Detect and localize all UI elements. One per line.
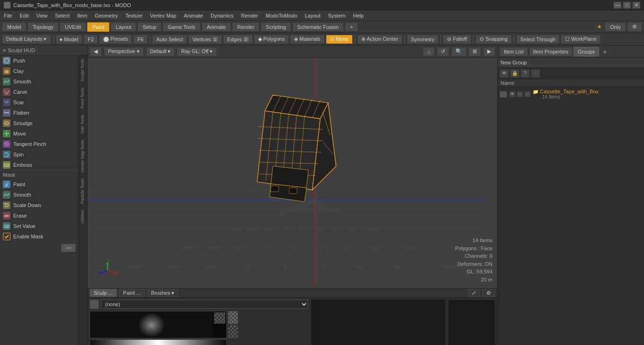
tool-emboss[interactable]: Emboss <box>0 160 79 170</box>
vp-forward-button[interactable]: ▶ <box>483 47 495 56</box>
vtab-paint-tools[interactable]: Paint Tools <box>79 84 87 111</box>
btab-paint[interactable]: Paint ... <box>119 289 145 297</box>
tab-add[interactable]: + <box>345 22 358 32</box>
vp-rotate-button[interactable]: ↺ <box>437 47 449 56</box>
rtab-add-button[interactable]: + <box>600 47 609 56</box>
menu-item-geometry[interactable]: Geometry <box>91 10 121 20</box>
group-box2-btn[interactable]: □ <box>524 91 531 98</box>
tool-scale-down[interactable]: Scale Down <box>0 200 79 210</box>
close-button[interactable]: ✕ <box>633 2 640 9</box>
tool-erase[interactable]: Erase <box>0 210 79 221</box>
default-dropdown[interactable]: Default ▾ <box>146 47 175 56</box>
rtab-item-list[interactable]: Item List <box>500 47 528 56</box>
action-center-button[interactable]: ⊕ Action Center <box>357 35 402 44</box>
menu-item-texture[interactable]: Texture <box>122 10 146 20</box>
menu-item-layout[interactable]: Layout <box>301 10 324 20</box>
tab-paint[interactable]: Paint <box>87 22 109 32</box>
rtab-groups[interactable]: Groups <box>573 47 599 56</box>
tool-carve[interactable]: Carve <box>0 87 79 97</box>
menu-item-view[interactable]: View <box>33 10 52 20</box>
menu-item-file[interactable]: File <box>0 10 16 20</box>
tab-model[interactable]: Model <box>2 22 27 32</box>
tab-layout[interactable]: Layout <box>110 22 136 32</box>
symmetry-button[interactable]: Symmetry <box>407 35 439 44</box>
btab-expand[interactable]: ⤢ <box>467 289 480 297</box>
tool-smooth-mask[interactable]: Smooth <box>0 190 79 200</box>
menu-item-system[interactable]: System <box>324 10 349 20</box>
edges-button[interactable]: Edges 2 <box>223 35 253 44</box>
vtab-particle-tools[interactable]: Particle Tools <box>79 175 87 207</box>
tool-smudge[interactable]: Smudge <box>0 118 79 128</box>
tool-move[interactable]: Move <box>0 128 79 139</box>
f6-button[interactable]: F6 <box>133 35 148 44</box>
tab-topology[interactable]: Topology <box>27 22 59 32</box>
menu-item-modotomodo[interactable]: ModoToModo <box>262 10 301 20</box>
vtab-sculpt-tools[interactable]: Sculpt Tools <box>79 55 87 84</box>
vp-zoom-button[interactable]: 🔍 <box>451 47 466 56</box>
vtab-hair-tools[interactable]: Hair Tools <box>79 111 87 136</box>
viewport-3d[interactable]: X Y Z 14 Items Polygons : Face Channels:… <box>88 58 497 288</box>
new-group-button[interactable]: New Group <box>498 58 644 68</box>
group-box-btn[interactable]: □ <box>517 91 523 98</box>
viewport-nav-back[interactable]: ◀ <box>89 47 102 56</box>
tool-paint-mask[interactable]: Paint <box>0 179 79 190</box>
tool-set-value[interactable]: Set Value <box>0 221 79 231</box>
menu-item-edit[interactable]: Edit <box>16 10 33 20</box>
maximize-button[interactable]: □ <box>623 2 631 9</box>
group-visibility-toggle[interactable] <box>500 91 507 98</box>
ray-gl-button[interactable]: Ray GL: Off ▾ <box>177 47 217 56</box>
tool-enable-mask[interactable]: Enable Mask <box>0 231 79 242</box>
vp-fit-button[interactable]: ⊞ <box>468 47 481 56</box>
tab-uvedit[interactable]: UVEdit <box>60 22 86 32</box>
tool-smooth[interactable]: Smooth <box>0 76 79 87</box>
group-eye-btn[interactable]: 👁 <box>509 91 516 98</box>
gt-info-button[interactable]: ? <box>520 69 530 78</box>
default-layouts-dropdown[interactable]: Default Layouts ▾ <box>2 35 51 44</box>
gt-lock-button[interactable]: 🔒 <box>510 69 519 78</box>
auto-select-button[interactable]: Auto Select <box>152 35 187 44</box>
menu-item-vertex-map[interactable]: Vertex Map <box>146 10 180 20</box>
btab-settings[interactable]: ⚙ <box>482 289 495 297</box>
materials-button[interactable]: ◈ Materials <box>290 35 325 44</box>
window-controls[interactable]: — □ ✕ <box>614 2 640 9</box>
brush-dropdown[interactable]: (none) <box>101 300 308 309</box>
tab-game-tools[interactable]: Game Tools <box>162 22 201 32</box>
group-row-cassette[interactable]: 👁 □ □ 📁 Cassette_Tape_with_Box 14 Items <box>498 87 644 101</box>
vp-home-button[interactable]: ⌂ <box>423 47 435 56</box>
minimize-button[interactable]: — <box>614 2 621 9</box>
settings-button[interactable]: ⚙ <box>627 22 642 32</box>
btab-brushes[interactable]: Brushes ▾ <box>147 289 179 297</box>
menu-item-help[interactable]: Help <box>349 10 367 20</box>
menu-item-dynamics[interactable]: Dynamics <box>207 10 237 20</box>
vtab-vertex-map-tools[interactable]: Vertex Map Tools <box>79 136 87 175</box>
btab-sculpt[interactable]: Sculp ... <box>89 289 117 297</box>
polygons-button[interactable]: ◆ Polygons <box>254 35 289 44</box>
tab-render[interactable]: Render <box>232 22 259 32</box>
tool-flatten[interactable]: Flatten <box>0 108 79 118</box>
items-button[interactable]: ⊙ Items <box>326 35 353 44</box>
menu-item-render[interactable]: Render <box>237 10 262 20</box>
perspective-dropdown[interactable]: Perspective ▾ <box>104 47 144 56</box>
snapping-button[interactable]: ⊙ Snapping <box>475 35 512 44</box>
vtab-utilities[interactable]: Utilities <box>79 207 87 227</box>
gt-more-button[interactable]: ⋯ <box>531 69 540 78</box>
tool-push[interactable]: Push <box>0 55 79 66</box>
tool-tangent-pinch[interactable]: Tangent Pinch <box>0 139 79 149</box>
tool-scar[interactable]: Scar <box>0 97 79 108</box>
tab-schematic-fusion[interactable]: Schematic Fusion <box>292 22 344 32</box>
tab-scripting[interactable]: Scripting <box>260 22 291 32</box>
workplane-button[interactable]: ☐ WorkPlane <box>561 35 601 44</box>
gt-eye-button[interactable]: 👁 <box>500 69 509 78</box>
mode-model[interactable]: ● Model <box>55 35 83 44</box>
menu-item-item[interactable]: Item <box>73 10 91 20</box>
falloff-button[interactable]: ⊖ Falloff <box>443 35 471 44</box>
menu-item-animate[interactable]: Animate <box>180 10 206 20</box>
menu-item-select[interactable]: Select <box>51 10 73 20</box>
tab-animate[interactable]: Animate <box>202 22 231 32</box>
tab-setup[interactable]: Setup <box>137 22 161 32</box>
tool-spin[interactable]: Spin <box>0 149 79 160</box>
select-through-button[interactable]: Select Through <box>516 35 560 44</box>
only-button[interactable]: Only <box>605 22 626 32</box>
presets-button[interactable]: ⬤ Presets <box>99 35 132 44</box>
vertices-button[interactable]: Vertices 1 <box>188 35 222 44</box>
